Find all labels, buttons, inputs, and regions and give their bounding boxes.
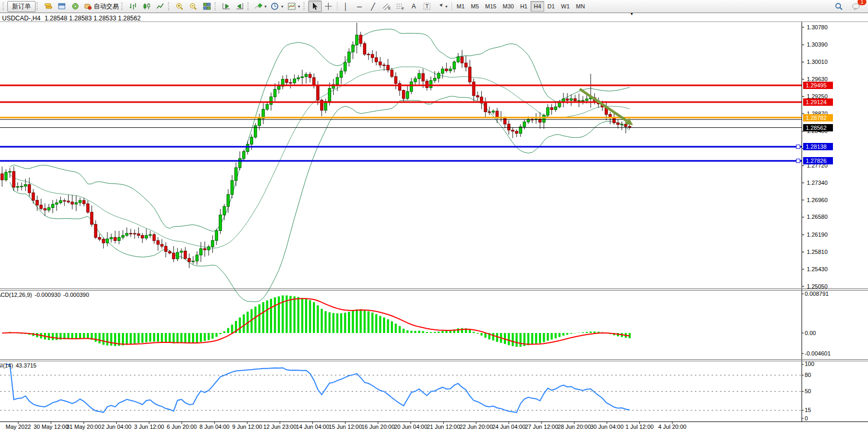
candle	[16, 186, 19, 187]
add-indicator-icon[interactable]: ▼	[252, 1, 269, 12]
toolbar-grip	[215, 2, 217, 10]
toolbar-grip	[247, 2, 250, 10]
trend-arrow[interactable]	[580, 89, 627, 121]
candle	[621, 124, 623, 125]
search-icon[interactable]	[832, 1, 846, 12]
zoom-in-icon[interactable]	[173, 1, 186, 12]
candle	[274, 90, 276, 97]
trendline-tool-icon[interactable]: ╱	[366, 1, 380, 12]
candle	[504, 118, 506, 124]
candle	[258, 118, 261, 126]
candle	[422, 73, 424, 81]
new-order-button[interactable]: 新订单	[7, 1, 36, 12]
horizontal-line-tool-icon[interactable]: ─	[353, 1, 366, 12]
time-axis-label: 15 Jun 12:00	[329, 424, 362, 430]
candle	[457, 57, 459, 62]
timeframe-m1[interactable]: M1	[454, 1, 468, 12]
templates-icon[interactable]: ▼	[286, 1, 302, 12]
rsi-indicator-label: SI(14)43.3715	[0, 362, 39, 369]
chevron-down-icon: ▼	[445, 5, 448, 8]
candle	[562, 99, 565, 103]
candle	[394, 76, 397, 83]
navigator-icon[interactable]	[69, 1, 82, 12]
candle	[472, 82, 475, 95]
bollinger-band	[10, 29, 630, 231]
periods-icon[interactable]: ▼	[269, 1, 286, 12]
tile-windows-icon[interactable]	[200, 1, 213, 12]
chevron-down-icon: ▼	[264, 5, 267, 8]
candle	[98, 237, 101, 239]
timeframe-h4[interactable]: H4	[531, 1, 544, 12]
rsi-axis-tick: 15	[805, 407, 811, 413]
candle	[176, 252, 179, 259]
candle	[332, 84, 335, 88]
bar-chart-icon[interactable]	[126, 1, 140, 12]
candle	[492, 111, 494, 112]
candle	[355, 35, 358, 45]
candle	[543, 115, 545, 122]
candle	[223, 206, 226, 215]
vertical-line-tool-icon[interactable]: │	[339, 1, 353, 12]
equidistant-channel-tool-icon[interactable]: E	[380, 1, 393, 12]
candle	[511, 130, 514, 131]
candle	[106, 239, 109, 243]
candle	[578, 101, 580, 101]
candle	[398, 83, 401, 90]
candle	[199, 249, 202, 255]
candle	[110, 237, 112, 239]
text-label-tool-icon[interactable]: T	[421, 1, 434, 12]
symbol-period-label: USDCAD-,H4	[2, 15, 40, 22]
price-axis-tick: 1.30780	[807, 24, 828, 30]
timeframe-m15[interactable]: M15	[482, 1, 499, 12]
candle	[145, 236, 148, 238]
time-axis-label: 21 Jun 12:00	[427, 424, 460, 430]
candle	[414, 79, 416, 82]
candle	[94, 224, 97, 237]
arrows-tool-icon[interactable]: ▼	[434, 1, 450, 12]
chart-shift-icon[interactable]	[233, 1, 246, 12]
candlestick-chart-icon[interactable]	[140, 1, 153, 12]
auto-scroll-icon[interactable]	[219, 1, 233, 12]
candle	[235, 168, 238, 181]
text-tool-icon[interactable]: A	[407, 1, 421, 12]
price-axis-tick: 1.27340	[807, 180, 828, 186]
line-chart-icon[interactable]	[153, 1, 167, 12]
candle	[476, 96, 479, 97]
timeframe-d1[interactable]: D1	[544, 1, 558, 12]
candle	[336, 77, 339, 84]
candle	[137, 234, 140, 235]
timeframe-h1[interactable]: H1	[517, 1, 531, 12]
candle	[126, 234, 128, 236]
time-axis-label: 9 Jun 12:00	[232, 424, 263, 430]
time-axis-label: 14 Jun 04:00	[296, 424, 330, 430]
timeframe-mn[interactable]: MN	[573, 1, 588, 12]
timeframe-m5[interactable]: M5	[468, 1, 482, 12]
candle	[129, 234, 132, 234]
zoom-out-icon[interactable]	[186, 1, 200, 12]
cursor-tool-icon[interactable]	[308, 1, 322, 12]
mt4-terminal: { "toolbar": { "new_order": "新订单", "auto…	[0, 0, 868, 433]
candle	[508, 124, 510, 130]
notifications-chat-icon[interactable]: 1	[850, 1, 863, 12]
candle	[254, 126, 257, 137]
crosshair-tool-icon[interactable]	[322, 1, 335, 12]
fibonacci-tool-icon[interactable]: F	[393, 1, 407, 12]
time-axis-label: 12 Jun 23:00	[263, 424, 297, 430]
data-window-icon[interactable]	[55, 1, 69, 12]
price-axis-tick: 1.26190	[807, 231, 828, 238]
macd-axis-tick: 0.008791	[805, 291, 829, 297]
candle	[71, 202, 74, 204]
candle	[605, 107, 607, 114]
timeframe-w1[interactable]: W1	[558, 1, 573, 12]
candle	[609, 115, 612, 118]
candle	[231, 181, 233, 195]
timeframe-m30[interactable]: M30	[500, 1, 517, 12]
market-watch-icon[interactable]	[41, 1, 55, 12]
candle	[157, 241, 160, 245]
autotrading-button[interactable]: 自动交易	[82, 1, 120, 12]
candle	[625, 124, 627, 126]
candle	[418, 73, 421, 79]
candle	[601, 104, 604, 107]
toolbar-grip	[303, 2, 306, 10]
candle	[215, 231, 218, 241]
